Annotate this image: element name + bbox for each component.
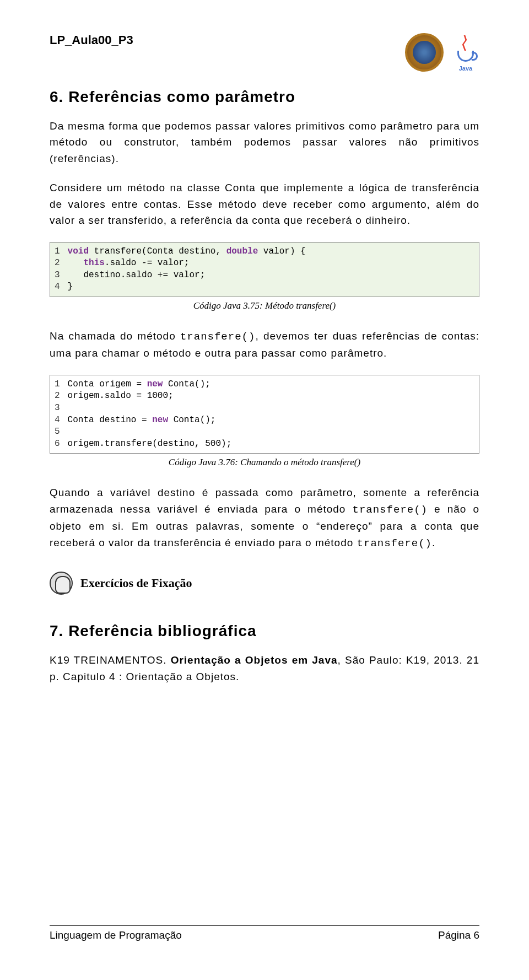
java-cup-icon	[457, 51, 474, 62]
page: LP_Aula00_P3 Java 6. Referências como pa…	[0, 0, 529, 980]
code-1-linenumbers: 1 2 3 4	[50, 243, 66, 297]
code-block-1: 1 2 3 4 void transfere(Conta destino, do…	[50, 242, 479, 297]
p4-code2: transfere()	[357, 537, 432, 550]
code-1-text: void transfere(Conta destino, double val…	[66, 243, 479, 297]
header-logos: Java	[405, 33, 479, 72]
java-logo-icon: Java	[452, 33, 479, 72]
code-span: Conta();	[163, 379, 210, 389]
exercise-label: Exercícios de Fixação	[80, 576, 192, 590]
code-span: }	[68, 282, 73, 292]
footer-left: Linguagem de Programação	[50, 929, 182, 941]
code-2-caption: Código Java 3.76: Chamando o método tran…	[50, 457, 479, 468]
java-logo-text: Java	[452, 65, 479, 72]
bibliography: K19 TREINAMENTOS. Orientação a Objetos e…	[50, 652, 479, 685]
bib-a: K19 TREINAMENTOS.	[50, 654, 171, 666]
section-6-p2: Considere um método na classe Conta que …	[50, 180, 479, 228]
code-kw: double	[226, 246, 258, 256]
code-span	[68, 258, 84, 268]
section-6-heading: 6. Referências como parâmetro	[50, 88, 479, 106]
code-span: .saldo -= valor;	[105, 258, 190, 268]
page-footer: Linguagem de Programação Página 6	[50, 925, 479, 941]
code-kw: this	[83, 258, 104, 268]
code-span: transfere(Conta destino,	[89, 246, 226, 256]
bib-title: Orientação a Objetos em Java	[171, 654, 338, 666]
code-kw: new	[152, 415, 168, 425]
code-span: destino.saldo += valor;	[68, 270, 206, 280]
section-6-p4: Quando a variável destino é passada como…	[50, 484, 479, 552]
section-6-p3: Na chamada do método transfere(), devemo…	[50, 328, 479, 362]
code-span: Conta();	[168, 415, 215, 425]
footer-right: Página 6	[438, 929, 479, 941]
p3a: Na chamada do método	[50, 330, 180, 342]
code-span: origem.saldo = 1000;	[68, 391, 174, 401]
code-2-text: Conta origem = new Conta(); origem.saldo…	[66, 375, 479, 454]
page-header: LP_Aula00_P3 Java	[50, 33, 479, 72]
section-6-p1: Da mesma forma que podemos passar valore…	[50, 118, 479, 166]
code-2-linenumbers: 1 2 3 4 5 6	[50, 375, 66, 454]
code-span: origem.transfere(destino, 500);	[68, 439, 232, 449]
code-span: Conta destino =	[68, 415, 153, 425]
code-kw: void	[68, 246, 89, 256]
p4c: .	[432, 537, 435, 548]
exercise-row: Exercícios de Fixação	[50, 572, 479, 595]
code-span: valor) {	[258, 246, 305, 256]
p4-code1: transfere()	[353, 504, 428, 516]
head-profile-icon	[50, 572, 73, 595]
code-kw: new	[147, 379, 163, 389]
code-block-2: 1 2 3 4 5 6 Conta origem = new Conta(); …	[50, 375, 479, 454]
java-steam-icon	[461, 35, 468, 51]
doc-id: LP_Aula00_P3	[50, 33, 133, 47]
p3-code: transfere()	[180, 331, 255, 343]
section-7-heading: 7. Referência bibliográfica	[50, 622, 479, 640]
code-1-caption: Código Java 3.75: Método transfere()	[50, 300, 479, 311]
parana-seal-icon	[405, 33, 444, 72]
code-span: Conta origem =	[68, 379, 147, 389]
